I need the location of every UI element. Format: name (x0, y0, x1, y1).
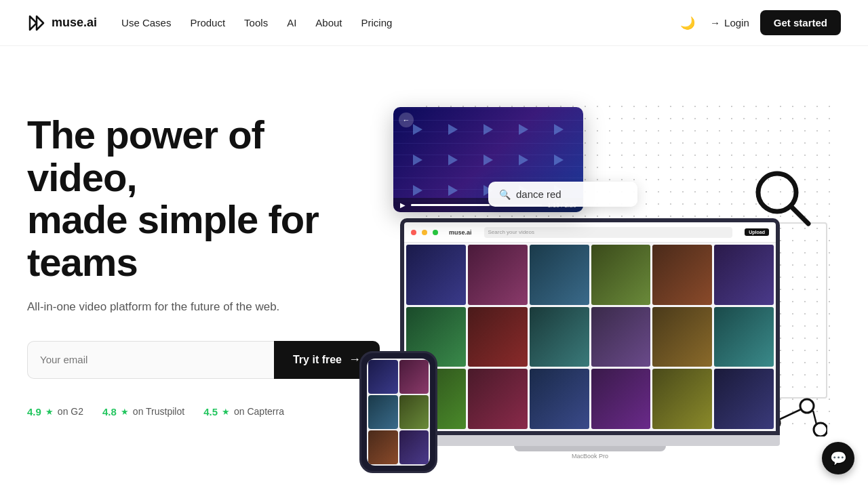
video-thumbnail (652, 369, 712, 429)
progress-fill (411, 204, 490, 206)
email-input[interactable] (27, 341, 274, 379)
login-label: Login (724, 17, 749, 28)
chat-support-bubble[interactable]: 💬 (822, 442, 854, 474)
hero-section: The power of video, made simple for team… (0, 46, 868, 488)
phone-body (359, 351, 437, 473)
search-overlay-icon: 🔍 (499, 189, 511, 200)
hero-title-line2: made simple for (27, 197, 319, 241)
video-thumbnail (591, 245, 651, 305)
laptop-base (400, 435, 780, 446)
laptop-upload-btn[interactable]: Upload (745, 228, 769, 236)
video-thumbnail (530, 369, 589, 429)
svg-point-5 (800, 399, 814, 413)
g2-score: 4.9 (27, 406, 41, 418)
video-thumbnail (652, 307, 712, 367)
video-thumbnail (714, 245, 774, 305)
nav-link-pricing[interactable]: Pricing (361, 17, 393, 28)
hero-left: The power of video, made simple for team… (27, 87, 380, 418)
rating-g2: 4.9 ★ on G2 (27, 406, 83, 418)
macbook-label: MacBook Pro (400, 453, 780, 460)
nav-link-about[interactable]: About (315, 17, 342, 28)
video-back-arrow[interactable]: ← (399, 113, 414, 127)
search-overlay-text: dance red (516, 188, 561, 200)
laptop-screen: muse.ai Search your videos Upload (400, 218, 780, 435)
nav-link-ai[interactable]: AI (287, 17, 296, 28)
hero-title-line3: teams (27, 240, 138, 284)
svg-marker-1 (37, 16, 43, 30)
laptop-dot-minimize (422, 230, 427, 235)
video-thumbnail (406, 245, 466, 305)
rating-capterra: 4.5 ★ on Capterra (203, 406, 284, 418)
nav-links: Use Cases Product Tools AI About Pricing (121, 17, 392, 28)
nav-right: 🌙 → Login Get started (676, 10, 841, 35)
phone-video-thumbnail (399, 430, 429, 464)
nav-link-tools[interactable]: Tools (244, 17, 268, 28)
video-thumbnail (468, 245, 528, 305)
logo-text: muse.ai (52, 16, 97, 30)
phone-screen (367, 359, 430, 466)
video-thumbnail (530, 245, 589, 305)
navbar: muse.ai Use Cases Product Tools AI About… (0, 0, 868, 46)
hero-subtitle: All-in-one video platform for the future… (27, 300, 380, 314)
video-thumbnail (591, 369, 651, 429)
hero-title: The power of video, made simple for team… (27, 114, 380, 284)
dark-mode-toggle[interactable]: 🌙 (676, 12, 699, 35)
laptop-stand (514, 446, 666, 451)
hero-title-line1: The power of video, (27, 113, 264, 199)
video-thumbnail (591, 307, 651, 367)
laptop-mockup: muse.ai Search your videos Upload (400, 218, 780, 460)
g2-platform: on G2 (58, 406, 83, 417)
phone-video-thumbnail (399, 360, 429, 394)
chat-icon: 💬 (830, 450, 847, 466)
g2-star: ★ (45, 407, 54, 417)
phone-video-grid (367, 359, 430, 466)
nav-left: muse.ai Use Cases Product Tools AI About… (27, 14, 392, 33)
svg-line-3 (791, 206, 808, 224)
nav-link-use-cases[interactable]: Use Cases (121, 17, 171, 28)
phone-video-thumbnail (399, 395, 429, 429)
laptop-logo-small: muse.ai (449, 229, 472, 236)
get-started-button[interactable]: Get started (760, 10, 841, 35)
svg-line-7 (779, 409, 801, 420)
logo[interactable]: muse.ai (27, 14, 97, 33)
hero-illustration: ← (366, 87, 841, 480)
svg-line-8 (813, 411, 816, 424)
logo-icon (27, 14, 46, 33)
capterra-platform: on Capterra (234, 406, 284, 417)
login-button[interactable]: → Login (710, 17, 749, 28)
laptop-dot-maximize (433, 230, 438, 235)
video-thumbnail (468, 307, 528, 367)
laptop-nav-bar: muse.ai Search your videos Upload (404, 222, 776, 243)
svg-marker-0 (30, 16, 37, 30)
video-thumbnail (714, 307, 774, 367)
laptop-dot-close (411, 230, 416, 235)
nav-link-product[interactable]: Product (190, 17, 225, 28)
ratings: 4.9 ★ on G2 4.8 ★ on Trustpilot 4.5 ★ on… (27, 406, 380, 418)
laptop-search-bar[interactable]: Search your videos (484, 227, 733, 238)
video-thumbnail (468, 369, 528, 429)
phone-video-thumbnail (368, 395, 398, 429)
trustpilot-platform: on Trustpilot (133, 406, 184, 417)
svg-point-6 (814, 423, 827, 436)
capterra-score: 4.5 (203, 406, 218, 418)
search-overlay-card: 🔍 dance red (488, 182, 637, 207)
rating-trustpilot: 4.8 ★ on Trustpilot (102, 406, 184, 418)
play-icon[interactable]: ▶ (400, 201, 406, 209)
video-thumbnail (530, 307, 589, 367)
try-label: Try it free (293, 354, 342, 366)
phone-video-thumbnail (368, 360, 398, 394)
video-thumbnail (652, 245, 712, 305)
capterra-star: ★ (222, 407, 230, 417)
trustpilot-star: ★ (121, 407, 129, 417)
login-icon: → (710, 17, 720, 28)
trustpilot-score: 4.8 (102, 406, 117, 418)
video-thumbnail (714, 369, 774, 429)
hero-cta: Try it free → (27, 341, 380, 379)
phone-mockup (359, 351, 437, 473)
phone-video-thumbnail (368, 430, 398, 464)
